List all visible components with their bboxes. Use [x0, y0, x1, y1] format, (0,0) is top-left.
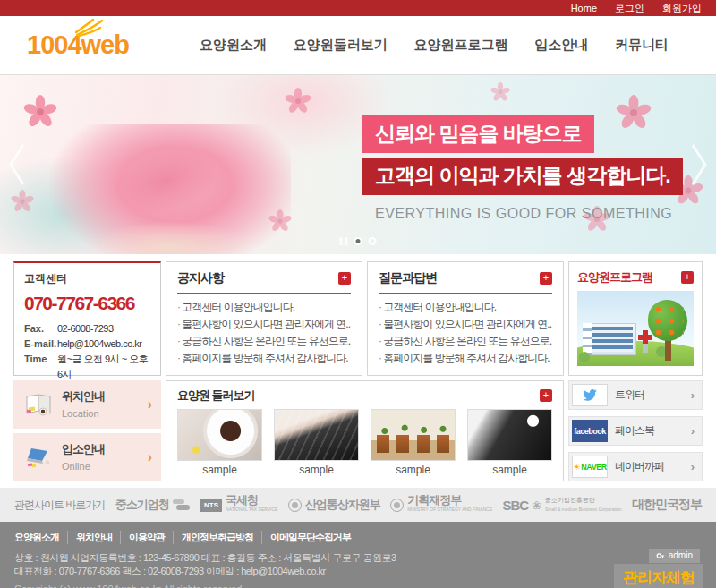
site-logo[interactable]: 1004web: [16, 30, 159, 60]
partner-smba[interactable]: 중소기업청: [115, 497, 191, 513]
twitter-button[interactable]: 트위터 ›: [568, 380, 703, 410]
footer: 요양원소개 위치안내 이용약관 개인정보취급방침 이메일무단수집거부 상호 : …: [0, 522, 716, 588]
gallery-thumb[interactable]: sample: [371, 409, 456, 476]
twitter-label: 트위터: [608, 388, 691, 403]
nav-item-about[interactable]: 요양원소개: [200, 37, 267, 54]
gallery-thumbnails: sample sample sample sample: [177, 409, 552, 476]
flower-decoration: [490, 82, 510, 102]
notice-more-button[interactable]: +: [338, 272, 351, 285]
nav-item-admission[interactable]: 입소안내: [534, 37, 588, 54]
facebook-button[interactable]: facebook 페이스북 ›: [568, 416, 703, 446]
plant-pots-photo: [371, 409, 456, 461]
qna-item[interactable]: 고객센터 이용안내입니다.: [379, 299, 552, 316]
page: Home 로그인 회원가입 1004web 요양원소개 요양원둘러보기 요양원프…: [0, 0, 716, 588]
time-value: 월~금 오전 9시 ~ 오후 6시: [57, 352, 150, 382]
customer-center-fax-row: Fax. 02-6008-7293: [24, 321, 150, 337]
admin-demo-badge[interactable]: 관리자체험: [614, 564, 703, 588]
partner-motie[interactable]: 산업통상자원부: [288, 497, 380, 513]
chevron-right-icon: ›: [148, 449, 152, 465]
facebook-label: 페이스북: [608, 423, 691, 439]
sbc-swoosh-icon: ❀: [532, 499, 541, 512]
banner-dot-1[interactable]: [354, 237, 362, 245]
gallery-thumb[interactable]: sample: [177, 409, 262, 476]
banner-prev-arrow[interactable]: [5, 140, 29, 190]
footer-link-location[interactable]: 위치안내: [68, 531, 121, 544]
nav-item-tour[interactable]: 요양원둘러보기: [294, 37, 388, 54]
fax-label: Fax.: [24, 321, 57, 337]
partner-logos-strip: 관련사이트 바로가기 중소기업청 NTS 국세청 NATIONAL TAX SE…: [0, 488, 716, 522]
partner-nts[interactable]: NTS 국세청 NATIONAL TAX SERVICE: [200, 496, 277, 514]
email-label: E-mail.: [24, 337, 57, 352]
fruit-tree-illustration: [647, 300, 688, 361]
admission-quick-title: 입소안내: [62, 441, 148, 457]
program-more-button[interactable]: +: [681, 271, 694, 284]
laptop-icon: [21, 446, 58, 469]
cloud-logo-icon: [173, 499, 191, 510]
partner-sbc[interactable]: SBC ❀ 중소기업진흥공단 Small & medium Business C…: [502, 496, 621, 514]
program-illustration: [577, 291, 694, 366]
admission-quick-button[interactable]: 입소안내 Online ›: [13, 433, 161, 481]
time-label: Time: [24, 352, 57, 382]
qna-item[interactable]: 궁금하신 사항은 온라인 또는 유선으로..: [379, 333, 552, 350]
footer-link-terms[interactable]: 이용약관: [121, 531, 174, 544]
gallery-box: 요양원 둘러보기 + sample sample sample: [166, 380, 564, 481]
location-quick-subtitle: Location: [62, 408, 99, 419]
gallery-more-button[interactable]: +: [540, 389, 552, 402]
signup-link[interactable]: 회원가입: [662, 2, 702, 15]
banner-dot-2[interactable]: [369, 237, 377, 245]
fax-value: 02-6008-7293: [57, 321, 114, 337]
hero-banner: 신뢰와 믿음을 바탕으로 고객의 이익과 가치를 생각합니다. EVERYTHI…: [0, 75, 716, 254]
gallery-title: 요양원 둘러보기: [177, 388, 255, 404]
admin-login-button[interactable]: admin: [649, 549, 700, 563]
hospital-building-illustration: [583, 323, 636, 355]
partner-korea-gov[interactable]: 대한민국정부: [632, 497, 702, 513]
hero-headline-1: 신뢰와 믿음을 바탕으로: [362, 115, 594, 153]
main-content: 고객센터 070-7767-6366 Fax. 02-6008-7293 E-m…: [0, 261, 716, 481]
gallery-thumb[interactable]: sample: [274, 409, 359, 476]
bush-illustration: [579, 352, 590, 362]
notice-item[interactable]: 궁금하신 사항은 온라인 또는 유선으로..: [177, 333, 351, 350]
divider: [177, 293, 351, 294]
banner-next-arrow[interactable]: [687, 140, 711, 190]
footer-link-privacy[interactable]: 개인정보취급방침: [174, 531, 262, 544]
notice-list: 고객센터 이용안내입니다. 불편사항이 있으시다면 관리자에게 연.. 궁금하신…: [177, 299, 351, 367]
notice-item[interactable]: 불편사항이 있으시다면 관리자에게 연..: [177, 316, 351, 333]
naver-icon: ☀NAVER: [572, 456, 608, 478]
email-value: help@1004web.co.kr: [57, 337, 142, 352]
nav-item-program[interactable]: 요양원프로그램: [413, 37, 507, 54]
footer-link-about[interactable]: 요양원소개: [14, 531, 68, 544]
hands-petals-image: [49, 124, 291, 254]
twitter-icon: [572, 384, 608, 406]
nav-item-community[interactable]: 커뮤니티: [615, 37, 669, 54]
login-link[interactable]: 로그인: [615, 2, 644, 15]
notice-item[interactable]: 고객센터 이용안내입니다.: [177, 299, 351, 316]
footer-info-line-1: 상호 : 천사웹 사업자등록번호 : 123-45-67890 대표 : 홍길동…: [14, 551, 702, 565]
naver-cafe-button[interactable]: ☀NAVER 네이버까페 ›: [568, 452, 703, 481]
banner-pager: [340, 237, 377, 245]
banner-pause-button[interactable]: [340, 237, 348, 245]
partner-mosf[interactable]: 기획재정부 MINISTRY OF STRATEGY AND FINANCE: [390, 496, 492, 514]
qna-more-button[interactable]: +: [540, 272, 552, 285]
chevron-right-icon: ›: [691, 460, 695, 473]
gallery-caption: sample: [467, 464, 552, 476]
notice-item[interactable]: 홈페이지를 방문해 주셔서 감사합니다.: [177, 350, 351, 367]
qna-item[interactable]: 불편사항이 있으시다면 관리자에게 연..: [379, 316, 552, 333]
government-emblem-icon: [288, 499, 302, 512]
flower-decoration: [285, 88, 311, 115]
qna-item[interactable]: 홈페이지를 방문해 주셔서 감사합니다.: [379, 350, 552, 367]
footer-copyright: Copyright (c) www.1004web.co.kr All righ…: [14, 584, 702, 588]
home-link[interactable]: Home: [571, 3, 597, 13]
qna-title: 질문과답변: [379, 270, 437, 286]
hero-tagline: EVERYTHING IS GOOD FOR SOMETHING: [375, 206, 683, 222]
program-box: 요양원프로그램 +: [568, 261, 703, 376]
footer-info-line-2: 대표전화 : 070-7767-6366 팩스 : 02-6008-7293 이…: [14, 565, 702, 578]
customer-center-box: 고객센터 070-7767-6366 Fax. 02-6008-7293 E-m…: [13, 261, 161, 376]
location-quick-button[interactable]: 위치안내 Location ›: [13, 380, 161, 429]
gallery-thumb[interactable]: sample: [467, 409, 552, 476]
customer-center-time-row: Time 월~금 오전 9시 ~ 오후 6시: [24, 352, 150, 382]
book-icon: [21, 393, 58, 416]
notice-title: 공지사항: [177, 270, 224, 286]
footer-link-email-policy[interactable]: 이메일무단수집거부: [262, 531, 359, 544]
notice-panel: 공지사항 + 고객센터 이용안내입니다. 불편사항이 있으시다면 관리자에게 연…: [166, 261, 362, 376]
flower-decoration: [23, 95, 57, 129]
